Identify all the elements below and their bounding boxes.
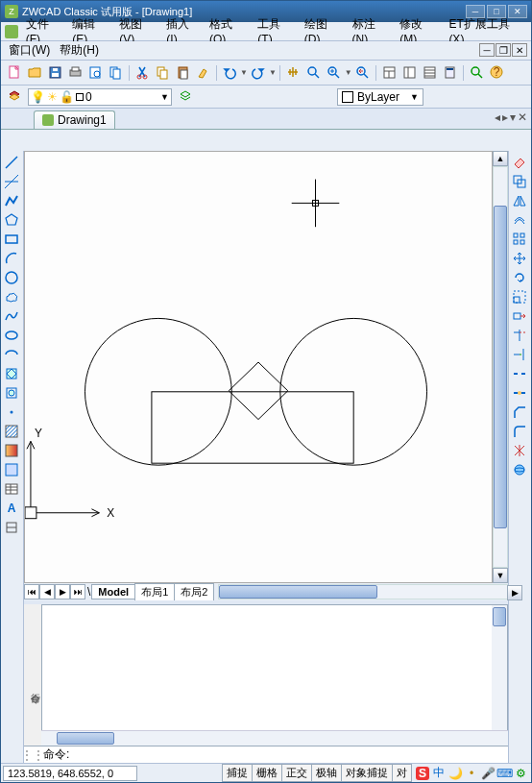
tab-close-icon[interactable]: ✕ [518,110,527,124]
otrack-toggle[interactable]: 对 [392,764,412,782]
mtext-icon[interactable]: A [2,499,21,518]
layer-prev-icon[interactable] [176,87,195,107]
zoom-realtime-icon[interactable] [304,63,324,83]
cmd-hthumb[interactable] [57,732,114,745]
extra-icon[interactable] [2,518,21,537]
extend-icon[interactable] [510,345,529,364]
move-icon[interactable] [510,249,529,268]
ellipse-icon[interactable] [2,326,21,345]
scale-icon[interactable] [510,287,529,306]
region-icon[interactable] [2,460,21,479]
pline-icon[interactable] [2,191,21,210]
erase-icon[interactable] [510,153,529,172]
match-icon[interactable] [193,63,212,83]
ime-icon[interactable]: S [416,767,429,780]
lang-icon[interactable]: 中 [432,767,446,780]
tab-next-icon[interactable]: ▸ [502,110,508,124]
tool-palette-icon[interactable] [421,63,440,83]
undo-icon[interactable] [220,63,239,83]
menu-window[interactable]: 窗口(W) [5,40,54,61]
line-icon[interactable] [2,153,21,172]
layer-combo[interactable]: 💡 ☀ 🔓 0 ▼ [28,88,172,106]
scroll-right-icon[interactable]: ▶ [507,585,522,600]
cmd-vscroll[interactable] [492,605,507,745]
preview-icon[interactable] [85,63,105,83]
tab-layout1[interactable]: 布局1 [134,583,175,601]
ellipse-arc-icon[interactable] [2,345,21,364]
tab-layout2[interactable]: 布局2 [174,583,214,601]
point-icon[interactable] [2,403,21,422]
layout-first-icon[interactable]: ⏮ [24,584,39,599]
layout-next-icon[interactable]: ▶ [55,584,70,599]
canvas-vscroll[interactable]: ▲ ▼ [493,151,508,583]
layer-manager-icon[interactable] [5,87,24,107]
array-icon[interactable] [510,230,529,249]
grip-icon[interactable]: ⋮⋮ [24,746,41,763]
sphere-icon[interactable] [510,460,529,479]
canvas-hscroll[interactable]: ▶ [218,584,508,599]
trim-icon[interactable] [510,326,529,345]
mic-icon[interactable]: 🎤 [481,767,495,780]
calc-icon[interactable] [441,63,460,83]
menu-help[interactable]: 帮助(H) [56,40,103,61]
rotate-icon[interactable] [510,268,529,287]
stretch-icon[interactable] [510,306,529,326]
moon-icon[interactable]: 🌙 [448,767,462,780]
redo-dropdown[interactable]: ▼ [269,68,277,77]
open-icon[interactable] [25,63,44,83]
color-combo[interactable]: ByLayer ▼ [337,88,423,106]
zoom-dropdown[interactable]: ▼ [345,68,352,77]
copy-icon[interactable] [153,63,172,83]
print-icon[interactable] [65,63,85,83]
mdi-restore[interactable]: ❐ [496,43,511,57]
offset-icon[interactable] [510,210,529,230]
revcloud-icon[interactable] [2,287,21,306]
undo-dropdown[interactable]: ▼ [240,68,248,77]
coordinates[interactable]: 123.5819, 648.6552, 0 [3,766,137,781]
pan-icon[interactable] [284,63,303,83]
arc-icon[interactable] [2,249,21,268]
tab-menu-icon[interactable]: ▾ [510,110,516,124]
snap-toggle[interactable]: 捕捉 [222,764,253,782]
chamfer-icon[interactable] [510,403,529,422]
scroll-down-icon[interactable]: ▼ [493,568,508,583]
explode-icon[interactable] [510,441,529,460]
gradient-icon[interactable] [2,441,21,460]
tab-prev-icon[interactable]: ◂ [495,110,500,124]
save-icon[interactable] [45,63,64,83]
zoom-ext-icon[interactable] [468,63,487,83]
make-block-icon[interactable] [2,383,21,403]
mirror-icon[interactable] [510,191,529,210]
insert-block-icon[interactable] [2,364,21,383]
punct-icon[interactable]: • [465,767,478,780]
layout-prev-icon[interactable]: ◀ [39,584,55,599]
table-icon[interactable] [2,479,21,499]
hatch-icon[interactable] [2,422,21,441]
ortho-toggle[interactable]: 正交 [281,764,312,782]
keyboard-icon[interactable]: ⌨ [497,767,511,780]
mdi-minimize[interactable]: ─ [479,43,495,57]
mdi-close[interactable]: ✕ [512,43,527,57]
rectangle-icon[interactable] [2,230,21,249]
fillet-icon[interactable] [510,422,529,441]
design-center-icon[interactable] [400,63,420,83]
break-icon[interactable] [510,364,529,383]
hscroll-thumb[interactable] [219,585,377,599]
cmd-hscroll[interactable] [41,730,508,746]
cut-icon[interactable] [133,63,152,83]
vscroll-thumb[interactable] [494,206,507,528]
cmd-vthumb[interactable] [493,607,506,626]
layout-last-icon[interactable]: ⏭ [70,584,85,599]
grid-toggle[interactable]: 栅格 [252,764,282,782]
zoom-prev-icon[interactable] [353,63,373,83]
doc-tab-drawing1[interactable]: Drawing1 [34,110,115,129]
settings-icon[interactable]: ⚙ [514,767,527,780]
osnap-toggle[interactable]: 对象捕捉 [341,764,393,782]
circle-icon[interactable] [2,268,21,287]
copy2-icon[interactable] [510,172,529,191]
scroll-up-icon[interactable]: ▲ [493,151,508,166]
zoom-window-icon[interactable] [325,63,344,83]
polar-toggle[interactable]: 极轴 [311,764,342,782]
tab-model[interactable]: Model [91,584,135,599]
join-icon[interactable] [510,383,529,403]
